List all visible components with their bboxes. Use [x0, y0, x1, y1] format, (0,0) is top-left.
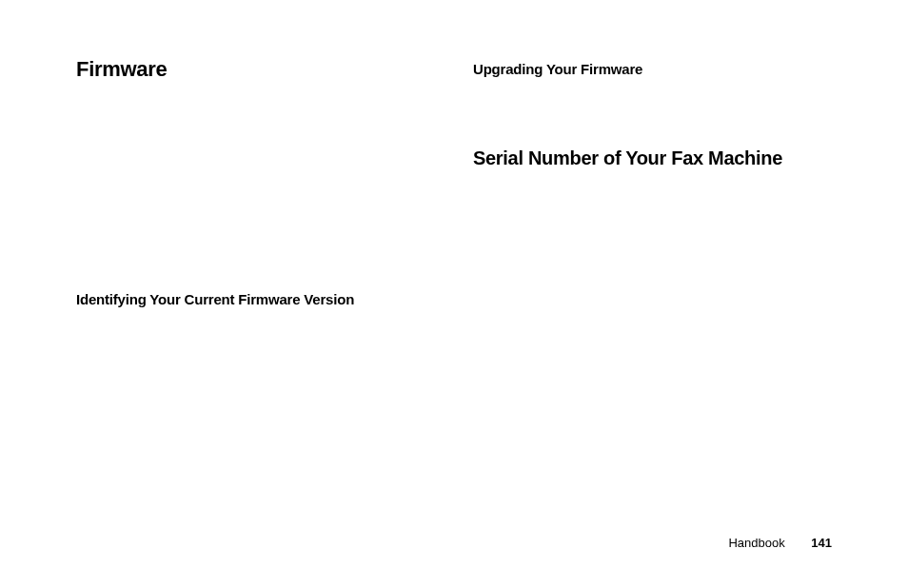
subheading-upgrading: Upgrading Your Firmware [473, 61, 832, 77]
section-heading-serial: Serial Number of Your Fax Machine [473, 147, 832, 169]
two-column-layout: Firmware Identifying Your Current Firmwa… [76, 57, 832, 307]
right-column: Upgrading Your Firmware Serial Number of… [473, 57, 832, 307]
page-footer: Handbook 141 [728, 536, 832, 550]
subheading-identify-version: Identifying Your Current Firmware Versio… [76, 291, 435, 307]
document-page: Firmware Identifying Your Current Firmwa… [0, 0, 908, 588]
main-heading-firmware: Firmware [76, 57, 435, 82]
footer-book-label: Handbook [728, 536, 784, 550]
left-column: Firmware Identifying Your Current Firmwa… [76, 57, 435, 307]
footer-page-number: 141 [811, 536, 832, 550]
